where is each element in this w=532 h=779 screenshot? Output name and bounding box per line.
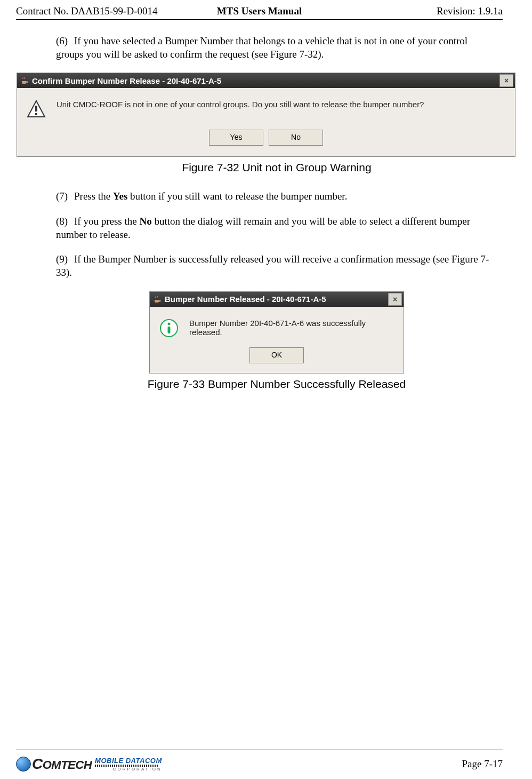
header-title: MTS Users Manual <box>178 5 340 17</box>
dialog2-titlebar: Bumper Number Released - 20I-40-671-A-5 … <box>150 292 404 307</box>
ok-button[interactable]: OK <box>249 347 304 363</box>
step-7-pre: Press the <box>74 190 113 202</box>
no-button[interactable]: No <box>269 130 323 146</box>
step-7-post: button if you still want to release the … <box>127 190 347 202</box>
step-7-bold: Yes <box>113 190 127 202</box>
page-content: (6)If you have selected a Bumper Number … <box>0 20 532 391</box>
released-confirmation-dialog: Bumper Number Released - 20I-40-671-A-5 … <box>149 291 404 373</box>
figure-7-32-caption: Figure 7-32 Unit not in Group Warning <box>56 161 497 174</box>
page-footer: COMTECH MOBILE DATACOM CORPORATION Page … <box>0 750 532 779</box>
close-icon: × <box>393 295 397 304</box>
header-revision: Revision: 1.9.1a <box>341 5 503 17</box>
step-8-bold: No <box>139 216 151 227</box>
svg-rect-1 <box>35 106 37 112</box>
footer-rule <box>16 750 503 750</box>
step-6-text: If you have selected a Bumper Number tha… <box>56 35 467 60</box>
company-logo: COMTECH MOBILE DATACOM CORPORATION <box>16 756 162 773</box>
globe-icon <box>16 757 31 772</box>
dialog1-message: Unit CMDC-ROOF is not in one of your con… <box>57 100 505 109</box>
confirm-release-dialog: Confirm Bumper Number Release - 20I-40-6… <box>17 73 515 157</box>
step-8: (8)If you press the No button the dialog… <box>56 215 497 241</box>
java-icon <box>153 295 162 304</box>
page-header: Contract No. DAAB15-99-D-0014 MTS Users … <box>0 0 532 19</box>
svg-rect-5 <box>168 327 171 333</box>
dialog1-close-button[interactable]: × <box>499 74 513 87</box>
dialog2-close-button[interactable]: × <box>388 293 402 306</box>
logo-text-mdc: MOBILE DATACOM <box>95 757 162 764</box>
svg-rect-2 <box>35 113 37 115</box>
dialog1-titlebar: Confirm Bumper Number Release - 20I-40-6… <box>17 73 515 88</box>
page-number: Page 7-17 <box>462 758 503 770</box>
step-6: (6)If you have selected a Bumper Number … <box>56 35 497 61</box>
logo-stripes <box>95 765 159 767</box>
dialog2-title: Bumper Number Released - 20I-40-671-A-5 <box>165 295 326 304</box>
step-9: (9)If the Bumper Number is successfully … <box>56 253 497 279</box>
yes-button[interactable]: Yes <box>209 130 263 146</box>
info-icon <box>159 319 179 338</box>
svg-point-4 <box>168 322 171 325</box>
figure-7-33-caption: Figure 7-33 Bumper Number Successfully R… <box>56 378 497 391</box>
step-8-number: (8) <box>56 215 74 228</box>
step-8-pre: If you press the <box>74 216 139 227</box>
logo-text-corp: CORPORATION <box>95 767 162 772</box>
dialog2-message: Bumper Number 20I-40-671-A-6 was success… <box>189 319 394 337</box>
header-contract: Contract No. DAAB15-99-D-0014 <box>16 5 178 17</box>
logo-text-omtech: COMTECH <box>32 756 92 773</box>
warning-icon <box>27 100 46 119</box>
java-icon <box>20 76 29 85</box>
step-6-number: (6) <box>56 35 74 48</box>
close-icon: × <box>504 76 509 85</box>
step-7: (7)Press the Yes button if you still wan… <box>56 190 497 203</box>
dialog1-title: Confirm Bumper Number Release - 20I-40-6… <box>32 76 221 85</box>
step-9-text: If the Bumper Number is successfully rel… <box>56 253 489 278</box>
step-9-number: (9) <box>56 253 74 266</box>
step-7-number: (7) <box>56 190 74 203</box>
